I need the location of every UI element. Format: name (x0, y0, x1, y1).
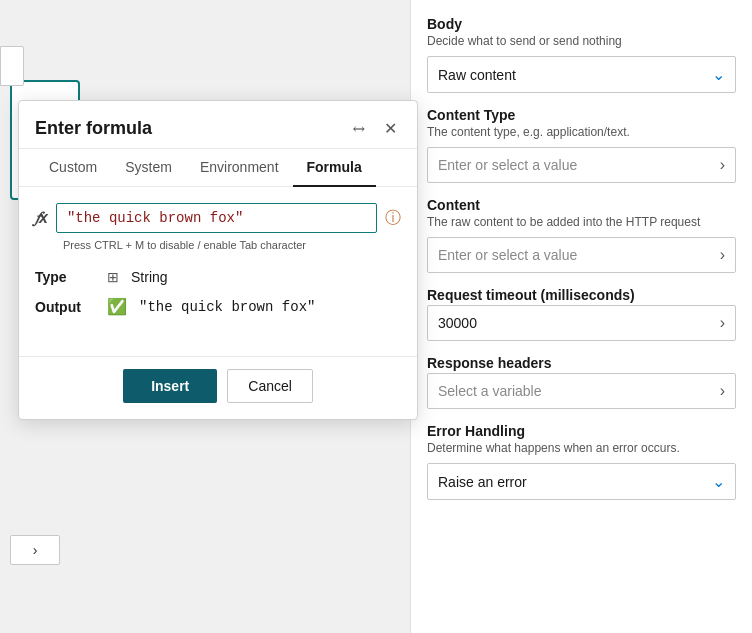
chevron-right-icon: › (720, 156, 725, 174)
error-handling-dropdown[interactable]: Raise an error ⌄ (427, 463, 736, 500)
error-handling-label: Error Handling (427, 423, 736, 439)
content-placeholder: Enter or select a value (438, 247, 577, 263)
string-icon: ⊞ (107, 269, 119, 285)
check-icon: ✅ (107, 297, 127, 316)
content-section: Content The raw content to be added into… (427, 197, 736, 273)
type-row: Type ⊞ String (35, 269, 401, 285)
content-type-section: Content Type The content type, e.g. appl… (427, 107, 736, 183)
error-handling-value: Raise an error (438, 474, 527, 490)
tab-custom[interactable]: Custom (35, 149, 111, 187)
canvas-next-button[interactable]: › (10, 535, 60, 565)
body-section: Body Decide what to send or send nothing… (427, 16, 736, 93)
output-label: Output (35, 299, 95, 315)
dialog-body: 𝑓x ⓘ Press CTRL + M to disable / enable … (19, 187, 417, 356)
type-value: String (131, 269, 168, 285)
enter-formula-dialog: Enter formula ⤢ ✕ Custom System Environm… (18, 100, 418, 420)
timeout-label: Request timeout (milliseconds) (427, 287, 736, 303)
dialog-tabs: Custom System Environment Formula (19, 149, 417, 187)
close-button[interactable]: ✕ (380, 117, 401, 140)
tab-system[interactable]: System (111, 149, 186, 187)
insert-button[interactable]: Insert (123, 369, 217, 403)
response-headers-input[interactable]: Select a variable › (427, 373, 736, 409)
expand-icon: ⤢ (349, 118, 371, 140)
formula-input-row: 𝑓x ⓘ (35, 203, 401, 233)
chevron-right-icon-3: › (720, 314, 725, 332)
right-panel: Body Decide what to send or send nothing… (410, 0, 752, 633)
formula-hint: Press CTRL + M to disable / enable Tab c… (35, 239, 401, 251)
expand-button[interactable]: ⤢ (349, 118, 370, 140)
chevron-down-icon: ⌄ (712, 65, 725, 84)
output-row: Output ✅ "the quick brown fox" (35, 297, 401, 316)
content-type-desc: The content type, e.g. application/text. (427, 125, 736, 139)
body-dropdown[interactable]: Raw content ⌄ (427, 56, 736, 93)
info-icon[interactable]: ⓘ (385, 208, 401, 229)
dialog-footer: Insert Cancel (19, 356, 417, 419)
timeout-input[interactable]: 30000 › (427, 305, 736, 341)
error-handling-section: Error Handling Determine what happens wh… (427, 423, 736, 500)
response-headers-placeholder: Select a variable (438, 383, 542, 399)
response-headers-label: Response headers (427, 355, 736, 371)
tab-environment[interactable]: Environment (186, 149, 293, 187)
type-label: Type (35, 269, 95, 285)
timeout-value: 30000 (438, 315, 477, 331)
content-type-input[interactable]: Enter or select a value › (427, 147, 736, 183)
header-icons: ⤢ ✕ (349, 117, 401, 140)
content-label: Content (427, 197, 736, 213)
response-headers-section: Response headers Select a variable › (427, 355, 736, 409)
content-type-placeholder: Enter or select a value (438, 157, 577, 173)
output-value: "the quick brown fox" (139, 299, 315, 315)
bg-text-field (0, 46, 24, 86)
arrow-right-icon: › (33, 542, 38, 558)
error-handling-desc: Determine what happens when an error occ… (427, 441, 736, 455)
chevron-down-icon-2: ⌄ (712, 472, 725, 491)
formula-input[interactable] (56, 203, 377, 233)
close-icon: ✕ (384, 119, 397, 138)
fx-label: 𝑓x (35, 209, 48, 227)
cancel-button[interactable]: Cancel (227, 369, 313, 403)
dialog-title: Enter formula (35, 118, 152, 139)
content-type-label: Content Type (427, 107, 736, 123)
content-desc: The raw content to be added into the HTT… (427, 215, 736, 229)
tab-formula[interactable]: Formula (293, 149, 376, 187)
timeout-section: Request timeout (milliseconds) 30000 › (427, 287, 736, 341)
body-desc: Decide what to send or send nothing (427, 34, 736, 48)
chevron-right-icon-2: › (720, 246, 725, 264)
body-label: Body (427, 16, 736, 32)
chevron-right-icon-4: › (720, 382, 725, 400)
dialog-header: Enter formula ⤢ ✕ (19, 101, 417, 149)
body-dropdown-value: Raw content (438, 67, 516, 83)
content-input[interactable]: Enter or select a value › (427, 237, 736, 273)
